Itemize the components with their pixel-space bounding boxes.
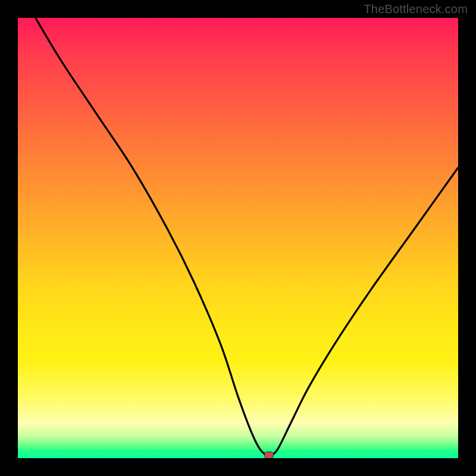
curve-layer	[18, 18, 458, 458]
minimum-marker	[264, 452, 274, 458]
plot-area	[18, 18, 458, 458]
chart-frame: TheBottleneck.com	[0, 0, 476, 476]
watermark-text: TheBottleneck.com	[364, 2, 468, 16]
bottleneck-curve	[36, 18, 458, 456]
